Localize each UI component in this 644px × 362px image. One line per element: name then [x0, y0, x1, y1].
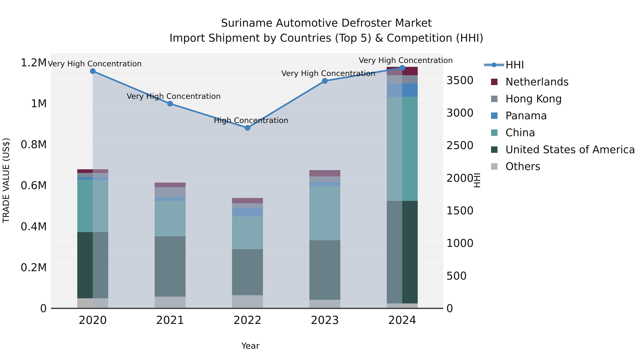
hhi-marker-2023 — [322, 78, 328, 84]
y-right-tick-label: 0 — [446, 302, 453, 315]
hhi-marker-2024 — [400, 65, 405, 71]
hong-kong-swatch-icon — [491, 96, 498, 102]
hhi-line-marker-icon — [484, 62, 504, 68]
y-right-tick-label: 1000 — [446, 237, 474, 249]
legend-label: HHI — [506, 59, 524, 71]
y-left-tick-label: 1.2M — [20, 56, 47, 69]
panama-swatch-icon — [491, 112, 498, 119]
annotation-2020: Very High Concentration — [48, 59, 142, 68]
y-left-tick-label: 0.6M — [20, 179, 47, 192]
x-tick-label: 2022 — [234, 314, 262, 327]
legend-item-hong-kong: Hong Kong — [484, 90, 635, 107]
y-right-tick-label: 3500 — [446, 74, 474, 86]
netherlands-swatch-icon — [491, 79, 498, 85]
chart-canvas: Very High ConcentrationVery High Concent… — [0, 0, 644, 362]
annotation-2024: Very High Concentration — [359, 56, 453, 65]
y-right-tick-label: 500 — [446, 270, 467, 282]
annotation-2023: Very High Concentration — [282, 69, 376, 78]
legend-label: Others — [506, 160, 540, 173]
x-tick-label: 2024 — [388, 314, 416, 327]
legend-item-hhi: HHI — [484, 56, 635, 73]
y-right-tick-label: 2000 — [446, 172, 474, 184]
legend: HHI Netherlands Hong Kong Panama China U… — [484, 56, 635, 175]
usa-swatch-icon — [491, 146, 498, 153]
legend-label: China — [506, 127, 535, 139]
china-swatch-icon — [491, 129, 498, 136]
annotation-2021: Very High Concentration — [127, 92, 221, 101]
y-left-tick-label: 0.8M — [20, 138, 47, 151]
y-right-tick-label: 1500 — [446, 204, 474, 217]
legend-item-others: Others — [484, 158, 635, 175]
legend-label: Hong Kong — [506, 93, 562, 105]
y-left-tick-label: 1M — [31, 97, 47, 110]
y-axis-label-left: TRADE VALUE (US$) — [1, 109, 11, 252]
y-left-tick-label: 0.4M — [20, 220, 47, 233]
y-axis-label-right: HHI — [472, 109, 482, 252]
y-right-tick-label: 2500 — [446, 139, 474, 152]
others-swatch-icon — [491, 163, 498, 170]
annotation-2022: High Concentration — [214, 116, 288, 125]
y-left-tick-label: 0.2M — [20, 261, 47, 274]
legend-item-china: China — [484, 124, 635, 141]
legend-item-netherlands: Netherlands — [484, 73, 635, 90]
x-tick-label: 2023 — [311, 314, 339, 327]
hhi-marker-2021 — [167, 101, 173, 106]
x-tick-label: 2021 — [156, 314, 184, 327]
legend-label: United States of America — [506, 144, 635, 156]
x-tick-label: 2020 — [79, 314, 107, 327]
hhi-marker-2020 — [90, 68, 96, 74]
legend-label: Panama — [506, 110, 547, 122]
legend-item-usa: United States of America — [484, 141, 635, 158]
hhi-marker-2022 — [245, 125, 250, 131]
y-left-tick-label: 0 — [40, 302, 47, 315]
x-axis-label: Year — [179, 341, 322, 351]
legend-label: Netherlands — [506, 76, 569, 88]
legend-item-panama: Panama — [484, 107, 635, 124]
y-right-tick-label: 3000 — [446, 106, 474, 119]
